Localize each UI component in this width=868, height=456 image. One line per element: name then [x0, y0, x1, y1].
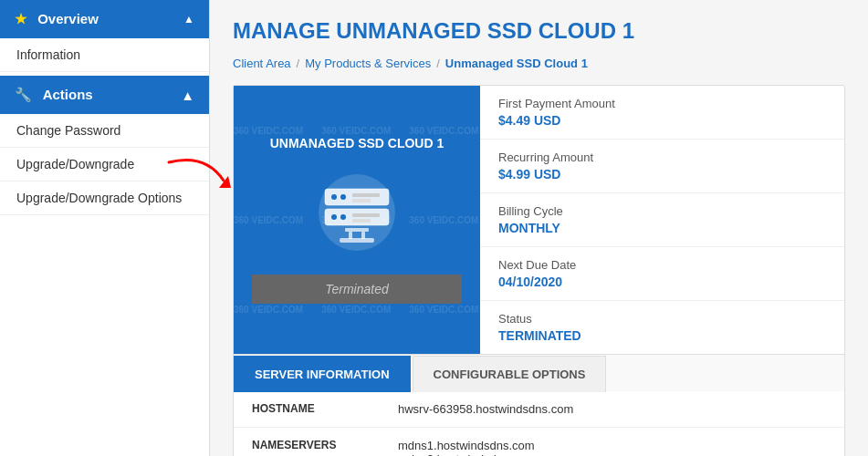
first-payment-value: $4.49 USD [498, 113, 826, 128]
svg-point-3 [331, 194, 337, 200]
terminated-status-bar: Terminated [252, 275, 462, 304]
product-panel: 360 VEIDC.COM360 VEIDC.COM360 VEIDC.COM … [234, 86, 844, 354]
content-box: 360 VEIDC.COM360 VEIDC.COM360 VEIDC.COM … [233, 85, 845, 456]
chevron-up-icon-actions: ▲ [181, 88, 194, 103]
svg-rect-10 [352, 213, 380, 217]
status-row: Status TERMINATED [480, 301, 844, 354]
svg-rect-11 [352, 219, 371, 223]
nameservers-key: NAMESERVERS [252, 439, 398, 451]
hostname-value: hwsrv-663958.hostwindsdns.com [398, 402, 573, 416]
breadcrumb-my-products[interactable]: My Products & Services [305, 57, 431, 70]
status-label: Status [498, 312, 826, 326]
first-payment-label: First Payment Amount [498, 97, 826, 110]
sidebar-item-information[interactable]: Information [0, 38, 209, 72]
tab-server-information[interactable]: SERVER INFORMATION [234, 356, 411, 392]
first-payment-row: First Payment Amount $4.49 USD [480, 86, 844, 140]
tab-configurable-options[interactable]: CONFIGURABLE OPTIONS [413, 356, 607, 392]
next-due-value: 04/10/2020 [498, 275, 826, 289]
billing-cycle-value: MONTHLY [498, 221, 826, 235]
tabs-row: SERVER INFORMATION CONFIGURABLE OPTIONS [234, 354, 844, 391]
sidebar-overview-header[interactable]: ★ Overview ▲ [0, 0, 209, 38]
page-title: MANAGE UNMANAGED SSD CLOUD 1 [233, 18, 845, 44]
chevron-up-icon: ▲ [183, 13, 194, 26]
status-value: TERMINATED [498, 328, 826, 343]
recurring-row: Recurring Amount $4.99 USD [480, 140, 844, 193]
wrench-icon: 🔧 [15, 87, 32, 102]
hostname-key: HOSTNAME [252, 402, 398, 415]
sidebar: ★ Overview ▲ Information 🔧 Actions ▲ Cha… [0, 0, 210, 456]
svg-point-8 [331, 214, 337, 220]
svg-point-9 [340, 214, 346, 220]
next-due-row: Next Due Date 04/10/2020 [480, 247, 844, 301]
server-icon [307, 169, 407, 260]
breadcrumb-current: Unmanaged SSD Cloud 1 [445, 57, 588, 70]
breadcrumb: Client Area / My Products & Services / U… [233, 57, 845, 70]
svg-rect-6 [352, 199, 371, 202]
recurring-value: $4.99 USD [498, 167, 826, 181]
next-due-label: Next Due Date [498, 258, 826, 272]
product-panel-title: UNMANAGED SSD CLOUD 1 [270, 136, 444, 150]
recurring-label: Recurring Amount [498, 150, 826, 164]
svg-rect-13 [349, 232, 352, 239]
svg-point-4 [340, 194, 346, 200]
main-content: MANAGE UNMANAGED SSD CLOUD 1 Client Area… [210, 0, 868, 456]
sidebar-item-upgrade-downgrade-options[interactable]: Upgrade/Downgrade Options [0, 181, 209, 215]
server-icon-area [307, 169, 407, 260]
sidebar-actions-header[interactable]: 🔧 Actions ▲ [0, 76, 209, 114]
product-left-panel: 360 VEIDC.COM360 VEIDC.COM360 VEIDC.COM … [234, 86, 480, 354]
svg-rect-15 [340, 238, 374, 243]
breadcrumb-client-area[interactable]: Client Area [233, 57, 291, 70]
server-info-table: HOSTNAME hwsrv-663958.hostwindsdns.com N… [234, 391, 844, 456]
sidebar-actions-label: Actions [43, 87, 93, 102]
billing-cycle-row: Billing Cycle MONTHLY [480, 193, 844, 247]
product-right-panel: First Payment Amount $4.49 USD Recurring… [480, 86, 844, 354]
nameservers-value: mdns1.hostwindsdns.com mdns2.hostwindsdn… [398, 439, 535, 456]
svg-rect-12 [345, 228, 369, 232]
sidebar-overview-label: Overview [37, 11, 99, 26]
nameservers-row: NAMESERVERS mdns1.hostwindsdns.com mdns2… [234, 428, 844, 456]
sidebar-item-change-password[interactable]: Change Password [0, 114, 209, 148]
svg-rect-14 [361, 232, 365, 239]
sidebar-item-upgrade-downgrade[interactable]: Upgrade/Downgrade [0, 148, 209, 181]
svg-rect-5 [352, 193, 380, 197]
billing-cycle-label: Billing Cycle [498, 204, 826, 218]
hostname-row: HOSTNAME hwsrv-663958.hostwindsdns.com [234, 391, 844, 428]
star-icon: ★ [15, 11, 26, 26]
